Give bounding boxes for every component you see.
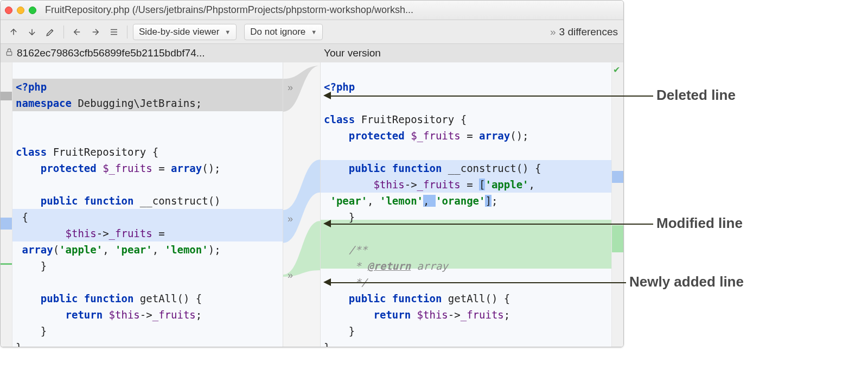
apply-right-icon[interactable]: » (288, 82, 293, 93)
edit-button[interactable] (43, 24, 58, 40)
diff-gutter: » » » (283, 62, 321, 347)
next-change-button[interactable] (24, 24, 40, 40)
diff-body: ✔ <?php namespace Debugging\JetBrains; c… (1, 62, 623, 347)
chevron-down-icon: ▼ (225, 29, 231, 35)
chevron-down-icon: ▼ (311, 29, 317, 35)
version-headers: 8162ec79863cfb56899fe5b2115bdbf74... You… (1, 44, 623, 62)
annotation-modified: Modified line (656, 215, 743, 232)
right-version-label: Your version (324, 47, 381, 59)
left-version-label: 8162ec79863cfb56899fe5b2115bdbf74... (17, 47, 205, 59)
diff-count: » 3 differences (550, 26, 618, 38)
arrow-line (330, 282, 626, 283)
diff-window: FruitRepository.php (/Users/jetbrains/Ph… (0, 0, 624, 347)
deleted-marker[interactable] (1, 92, 12, 100)
arrow-head-icon (323, 92, 331, 99)
list-button[interactable] (106, 24, 122, 40)
close-icon[interactable] (5, 7, 12, 14)
titlebar: FruitRepository.php (/Users/jetbrains/Ph… (1, 1, 623, 20)
right-code: <?php class FruitRepository { protected … (324, 62, 609, 347)
added-marker[interactable] (1, 263, 12, 265)
left-code-pane[interactable]: ✔ <?php namespace Debugging\JetBrains; c… (12, 62, 283, 347)
arrow-line (330, 96, 653, 97)
whitespace-select[interactable]: Do not ignore ▼ (244, 24, 323, 40)
left-error-stripe[interactable] (1, 62, 12, 347)
chevron-right-icon: » (550, 26, 556, 38)
arrow-head-icon (323, 278, 331, 286)
minimize-icon[interactable] (17, 7, 24, 14)
right-code-pane[interactable]: <?php class FruitRepository { protected … (321, 62, 611, 347)
viewer-mode-label: Side-by-side viewer (139, 27, 219, 37)
apply-right-icon[interactable]: » (288, 270, 293, 281)
separator (63, 26, 64, 39)
check-icon: ✔ (613, 65, 620, 75)
left-code: <?php namespace Debugging\JetBrains; cla… (16, 62, 280, 347)
right-error-stripe[interactable]: ✔ (611, 62, 623, 347)
diff-toolbar: Side-by-side viewer ▼ Do not ignore ▼ » … (1, 20, 623, 44)
svg-rect-0 (7, 52, 11, 55)
window-title: FruitRepository.php (/Users/jetbrains/Ph… (45, 4, 619, 16)
apply-right-icon[interactable]: » (288, 213, 293, 225)
added-marker[interactable] (612, 225, 623, 252)
diff-count-label: 3 differences (559, 26, 618, 38)
nav-forward-button[interactable] (88, 24, 103, 40)
modified-marker[interactable] (612, 171, 623, 183)
nav-back-button[interactable] (69, 24, 85, 40)
prev-change-button[interactable] (6, 24, 21, 40)
zoom-icon[interactable] (29, 7, 36, 14)
annotation-deleted: Deleted line (656, 87, 736, 104)
arrow-line (330, 224, 653, 225)
window-controls (5, 7, 36, 14)
modified-marker[interactable] (1, 218, 12, 230)
lock-icon (5, 47, 14, 59)
viewer-mode-select[interactable]: Side-by-side viewer ▼ (133, 24, 237, 40)
annotation-added: Newly added line (629, 273, 744, 290)
separator (127, 26, 127, 39)
arrow-head-icon (323, 220, 331, 227)
whitespace-label: Do not ignore (250, 27, 305, 37)
